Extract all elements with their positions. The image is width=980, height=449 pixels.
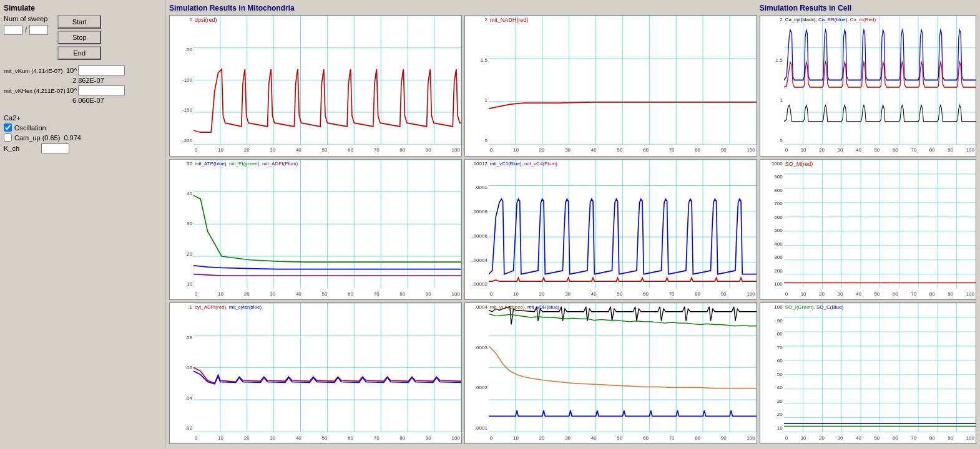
chart-dpsi-title: dpsi(red) (195, 17, 217, 23)
chart-mit-vc1: mit_vC1(Blue), mit_vC4(Plum) .00012.0001… (464, 159, 757, 301)
sweep-current-input[interactable]: 1 (4, 25, 22, 35)
mit-vkuni-input[interactable]: -5 (78, 65, 125, 75)
mit-nadh-y-axis: 21.51.5 (465, 16, 489, 145)
oscillation-label: Oscillation (14, 124, 46, 132)
mit-vlk-y-axis: .0004.0003.0002.0001 (465, 303, 489, 432)
so-i-plot (784, 303, 976, 432)
mit-nadh-x-axis: 0102030405060708090100 (489, 145, 757, 156)
cyt-adpt-plot (194, 303, 461, 432)
chart-mit-vc1-title: mit_vC1(Blue), mit_vC4(Plum) (490, 161, 557, 167)
mito-section-title: Simulation Results in Mitochondria (169, 4, 462, 12)
mit-vc1-plot (489, 160, 757, 289)
chart-dpsi: dpsi(red) 0-50-100-150-200 0102030405060… (169, 15, 462, 157)
ca-cyt-x-axis: 0102030405060708090100 (784, 145, 976, 156)
chart-mit-vlk-title: mit_vLK(choco), mit_vDH(blue) (490, 304, 559, 310)
so-m-plot (784, 160, 976, 289)
kch-input[interactable]: 3.5 (41, 143, 69, 153)
sweep-total-input[interactable]: 1 (29, 25, 48, 35)
cyt-adpt-x-axis: 0102030405060708090100 (194, 432, 461, 443)
chart-cyt-adpt-title: cyt_ADPt(red), mit_cytcr(blue) (195, 304, 262, 310)
mit-vc1-y-axis: .00012.0001.00008.00006.00004.00002 (465, 160, 489, 289)
dpsi-y-axis: 0-50-100-150-200 (170, 16, 194, 145)
mit-vkuni-computed: 2.862E-07 (72, 77, 104, 84)
chart-cyt-adpt: cyt_ADPt(red), mit_cytcr(blue) .1.08.06.… (169, 302, 462, 444)
chart-mit-nadh: mit_NADH(red) 21.51.5 010203040506070809… (464, 15, 757, 157)
dpsi-x-axis: 0102030405060708090100 (194, 145, 461, 156)
mit-atp-plot (194, 160, 461, 289)
stop-button[interactable]: Stop (57, 31, 101, 44)
chart-so-m: SO_M(red) 100090080070060050040030020010… (760, 159, 976, 301)
chart-ca-cyt: Ca_cyt(black), Ca_ER(blue), Ca_m(Red) 21… (760, 15, 976, 157)
cam-up-label: Cam_up (0.65) (14, 134, 60, 142)
end-button[interactable]: End (57, 46, 101, 60)
num-sweep-label: Num of sweep (4, 15, 47, 22)
mit-vkhex-pow: 10^ (66, 87, 77, 94)
mit-vkhex-input[interactable]: -2.461833 (78, 85, 125, 95)
chart-so-i: SO_I(Green), SO_C(Blue) 1009080706050403… (760, 302, 976, 444)
chart-so-i-title: SO_I(Green), SO_C(Blue) (785, 304, 843, 310)
simulate-title: Simulate (4, 4, 161, 12)
chart-mit-atp-title: mit_ATP(blue), mit_PI(green), mit_ADPt(P… (195, 161, 298, 167)
ca-cyt-y-axis: 21.51.5 (760, 16, 784, 145)
so-i-x-axis: 0102030405060708090100 (784, 432, 976, 443)
mit-vc1-x-axis: 0102030405060708090100 (489, 288, 757, 299)
chart-mit-vlk: mit_vLK(choco), mit_vDH(blue) .0004.0003… (464, 302, 757, 444)
mit-vlk-x-axis: 0102030405060708090100 (489, 432, 757, 443)
so-i-y-axis: 100908070605040302010 (760, 303, 784, 432)
chart-so-m-title: SO_M(red) (785, 161, 813, 167)
cyt-adpt-y-axis: .1.08.06.04.02 (170, 303, 194, 432)
start-button[interactable]: Start (57, 15, 101, 29)
mit-vkuni-label: mit_vKuni (4.214E-07) (4, 67, 66, 74)
ca-cyt-plot (784, 16, 976, 145)
mit-vkhex-label: mit_vKHex (4.211E-07) (4, 87, 66, 94)
kch-label: K_ch (4, 145, 41, 152)
mit-vkhex-computed: 6.060E-07 (72, 97, 104, 104)
mit-vlk-plot (489, 303, 757, 432)
chart-ca-cyt-title: Ca_cyt(black), Ca_ER(blue), Ca_m(Red) (785, 17, 876, 22)
mit-atp-x-axis: 0102030405060708090100 (194, 288, 461, 299)
chart-mit-nadh-title: mit_NADH(red) (490, 17, 529, 23)
so-m-y-axis: 1000900800700600500400300200100 (760, 160, 784, 289)
cell-section-title: Simulation Results in Cell (760, 4, 976, 12)
mit-atp-y-axis: 5040302010 (170, 160, 194, 289)
dpsi-plot (194, 16, 461, 145)
ca-label: Ca2+ (4, 114, 161, 122)
oscillation-checkbox[interactable] (4, 123, 12, 132)
cam-up-checkbox[interactable] (4, 133, 12, 142)
chart-mit-atp: mit_ATP(blue), mit_PI(green), mit_ADPt(P… (169, 159, 462, 301)
mit-nadh-plot (489, 16, 757, 145)
cam-up-value: 0.974 (64, 134, 81, 142)
mit-vkuni-pow: 10^ (66, 67, 77, 74)
so-m-x-axis: 0102030405060708090100 (784, 288, 976, 299)
